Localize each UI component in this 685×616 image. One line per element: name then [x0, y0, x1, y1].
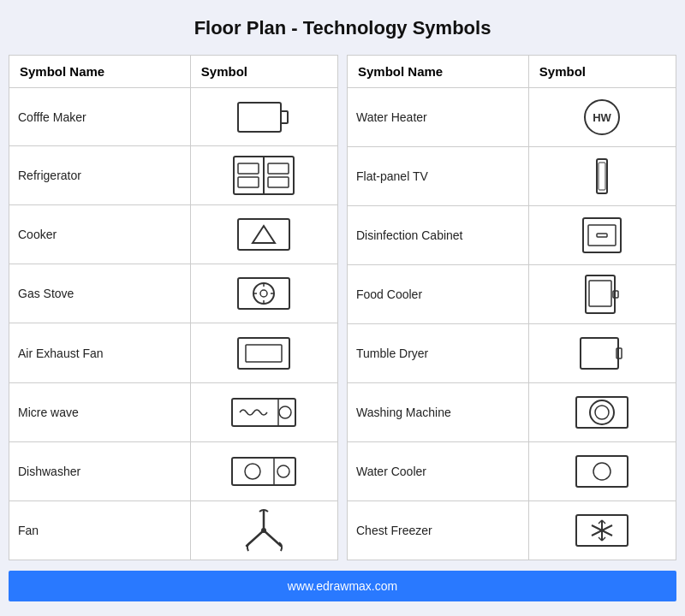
svg-rect-40 [581, 338, 618, 369]
symbol-cell [528, 265, 676, 324]
svg-rect-0 [238, 103, 281, 132]
svg-rect-8 [238, 219, 289, 250]
svg-point-24 [245, 464, 260, 479]
symbol-name: Washing Machine [348, 383, 529, 442]
symbol-name: Air Exhaust Fan [9, 323, 191, 382]
table-row: Washing Machine [348, 383, 676, 442]
right-header-name: Symbol Name [348, 56, 529, 88]
symbol-name: Fan [9, 500, 191, 560]
symbol-cell [190, 382, 337, 441]
symbol-name: Water Cooler [348, 442, 529, 501]
symbol-name: Refrigerator [9, 146, 191, 205]
footer: www.edrawmax.com [9, 571, 676, 601]
symbol-cell [528, 442, 676, 501]
symbol-cell [190, 323, 337, 382]
symbol-name: Water Heater [348, 88, 529, 147]
svg-rect-6 [268, 163, 289, 174]
svg-point-29 [261, 528, 266, 533]
symbol-cell: HW [528, 88, 676, 147]
symbol-name: Cooker [9, 205, 191, 264]
svg-line-27 [264, 530, 281, 546]
symbol-name: Cofffe Maker [9, 88, 191, 146]
svg-rect-42 [576, 397, 628, 428]
symbol-name: Disinfection Cabinet [348, 206, 529, 265]
footer-url: www.edrawmax.com [288, 579, 397, 593]
svg-rect-33 [599, 163, 605, 190]
left-header-symbol: Symbol [190, 56, 337, 88]
svg-point-12 [260, 290, 267, 297]
svg-rect-18 [246, 345, 282, 362]
table-row: Cooker [9, 205, 338, 264]
symbol-cell [528, 383, 676, 442]
svg-rect-5 [238, 177, 259, 187]
svg-point-25 [277, 465, 289, 477]
symbol-name: Dishwasher [9, 441, 191, 500]
table-row: Fan [9, 500, 338, 560]
page-title: Floor Plan - Technology Symbols [194, 17, 491, 39]
table-row: Micre wave [9, 382, 338, 441]
left-header-name: Symbol Name [9, 56, 191, 88]
right-header-symbol: Symbol [528, 56, 676, 88]
symbol-cell [190, 441, 337, 500]
symbol-cell [190, 88, 337, 146]
symbol-cell [528, 324, 676, 383]
table-row: Gas Stove [9, 264, 338, 323]
svg-rect-4 [238, 163, 259, 174]
symbol-name: Flat-panel TV [348, 147, 529, 206]
table-row: Flat-panel TV [348, 147, 676, 206]
svg-rect-7 [268, 177, 289, 187]
svg-rect-45 [576, 456, 628, 487]
svg-rect-35 [588, 225, 616, 246]
table-row: Dishwasher [9, 441, 338, 500]
table-row: Refrigerator [9, 146, 338, 205]
symbol-cell [190, 264, 337, 323]
svg-point-21 [279, 406, 291, 418]
symbol-cell [528, 206, 676, 265]
symbol-name: Micre wave [9, 382, 191, 441]
symbol-cell [528, 147, 676, 206]
svg-text:HW: HW [593, 111, 612, 124]
symbol-cell [190, 146, 337, 205]
tables-wrapper: Symbol Name Symbol Cofffe Maker [9, 55, 676, 560]
symbol-name: Tumble Dryer [348, 324, 529, 383]
table-row: Food Cooler [348, 265, 676, 324]
symbol-cell [190, 205, 337, 264]
symbol-cell [190, 500, 337, 560]
svg-rect-38 [589, 281, 611, 306]
left-table: Symbol Name Symbol Cofffe Maker [9, 55, 338, 560]
table-row: Air Exhaust Fan [9, 323, 338, 382]
table-row: Cofffe Maker [9, 88, 338, 146]
table-row: Chest Freezer [348, 501, 676, 560]
svg-rect-19 [232, 399, 295, 426]
svg-rect-1 [281, 111, 288, 123]
table-row: Water Heater HW [348, 88, 676, 147]
table-row: Tumble Dryer [348, 324, 676, 383]
symbol-name: Chest Freezer [348, 501, 529, 560]
symbol-name: Food Cooler [348, 265, 529, 324]
right-table: Symbol Name Symbol Water Heater HW [347, 55, 676, 560]
svg-rect-36 [597, 234, 607, 237]
svg-point-43 [590, 400, 614, 424]
symbol-name: Gas Stove [9, 264, 191, 323]
symbol-cell [528, 501, 676, 560]
table-row: Disinfection Cabinet [348, 206, 676, 265]
table-row: Water Cooler [348, 442, 676, 501]
svg-point-46 [593, 463, 611, 480]
svg-marker-9 [253, 226, 275, 243]
svg-point-44 [595, 406, 609, 419]
svg-rect-22 [232, 458, 295, 485]
